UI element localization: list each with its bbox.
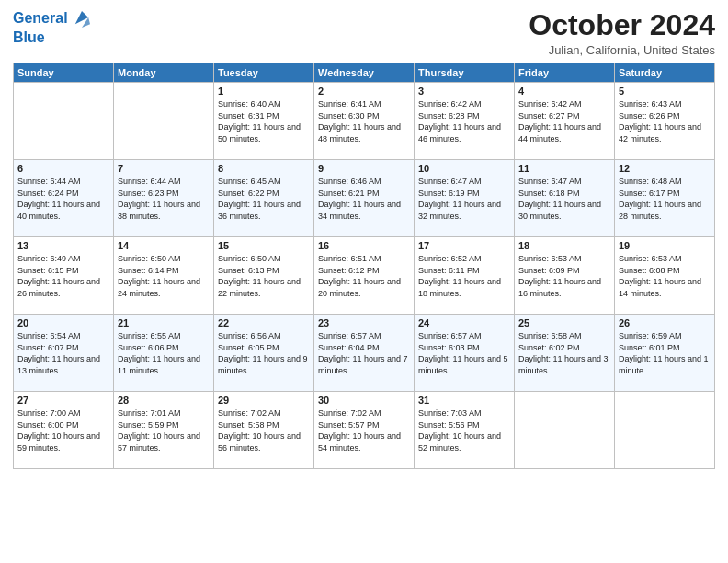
calendar-cell: 13Sunrise: 6:49 AM Sunset: 6:15 PM Dayli… xyxy=(14,237,114,315)
cell-info: Sunrise: 7:02 AM Sunset: 5:58 PM Dayligh… xyxy=(218,408,310,454)
day-number: 26 xyxy=(619,317,711,328)
cell-info: Sunrise: 6:48 AM Sunset: 6:17 PM Dayligh… xyxy=(619,176,711,222)
cell-info: Sunrise: 6:46 AM Sunset: 6:21 PM Dayligh… xyxy=(318,176,410,222)
day-number: 10 xyxy=(418,163,510,174)
cell-info: Sunrise: 6:47 AM Sunset: 6:19 PM Dayligh… xyxy=(418,176,510,222)
cell-info: Sunrise: 6:53 AM Sunset: 6:09 PM Dayligh… xyxy=(518,253,610,299)
day-number: 14 xyxy=(118,240,210,251)
calendar-cell: 20Sunrise: 6:54 AM Sunset: 6:07 PM Dayli… xyxy=(14,315,114,392)
calendar-cell: 15Sunrise: 6:50 AM Sunset: 6:13 PM Dayli… xyxy=(214,237,314,315)
calendar-cell xyxy=(515,392,615,469)
day-number: 8 xyxy=(218,163,310,174)
cell-info: Sunrise: 6:50 AM Sunset: 6:14 PM Dayligh… xyxy=(118,253,210,299)
calendar-cell: 21Sunrise: 6:55 AM Sunset: 6:06 PM Dayli… xyxy=(114,315,214,392)
cell-info: Sunrise: 7:00 AM Sunset: 6:00 PM Dayligh… xyxy=(17,408,109,454)
logo-blue: Blue xyxy=(13,29,45,46)
calendar-cell: 18Sunrise: 6:53 AM Sunset: 6:09 PM Dayli… xyxy=(515,237,615,315)
day-number: 19 xyxy=(619,240,711,251)
cell-info: Sunrise: 6:51 AM Sunset: 6:12 PM Dayligh… xyxy=(318,253,410,299)
cell-info: Sunrise: 6:43 AM Sunset: 6:26 PM Dayligh… xyxy=(619,98,711,144)
day-number: 9 xyxy=(318,163,410,174)
calendar-cell: 30Sunrise: 7:02 AM Sunset: 5:57 PM Dayli… xyxy=(314,392,415,469)
title-block: October 2024 Julian, California, United … xyxy=(529,9,715,57)
day-number: 13 xyxy=(17,240,109,251)
calendar-cell xyxy=(615,392,715,469)
calendar-cell xyxy=(14,83,114,160)
cell-info: Sunrise: 6:53 AM Sunset: 6:08 PM Dayligh… xyxy=(619,253,711,299)
day-number: 12 xyxy=(619,163,711,174)
cell-info: Sunrise: 6:45 AM Sunset: 6:22 PM Dayligh… xyxy=(218,176,310,222)
logo-general: General xyxy=(13,9,90,29)
cell-info: Sunrise: 6:44 AM Sunset: 6:24 PM Dayligh… xyxy=(17,176,109,222)
day-number: 15 xyxy=(218,240,310,251)
day-number: 20 xyxy=(17,317,109,328)
col-header-thursday: Thursday xyxy=(415,63,515,83)
cell-info: Sunrise: 6:57 AM Sunset: 6:03 PM Dayligh… xyxy=(418,330,510,376)
day-number: 30 xyxy=(318,395,410,406)
day-number: 27 xyxy=(17,395,109,406)
calendar-cell: 29Sunrise: 7:02 AM Sunset: 5:58 PM Dayli… xyxy=(214,392,314,469)
calendar-cell: 14Sunrise: 6:50 AM Sunset: 6:14 PM Dayli… xyxy=(114,237,214,315)
calendar-cell: 17Sunrise: 6:52 AM Sunset: 6:11 PM Dayli… xyxy=(415,237,515,315)
cell-info: Sunrise: 6:56 AM Sunset: 6:05 PM Dayligh… xyxy=(218,330,310,376)
col-header-sunday: Sunday xyxy=(14,63,114,83)
day-number: 21 xyxy=(118,317,210,328)
col-header-saturday: Saturday xyxy=(615,63,715,83)
calendar-week-row: 6Sunrise: 6:44 AM Sunset: 6:24 PM Daylig… xyxy=(14,160,715,237)
day-number: 23 xyxy=(318,317,410,328)
calendar-cell: 26Sunrise: 6:59 AM Sunset: 6:01 PM Dayli… xyxy=(615,315,715,392)
cell-info: Sunrise: 6:42 AM Sunset: 6:27 PM Dayligh… xyxy=(518,98,610,144)
calendar-cell: 27Sunrise: 7:00 AM Sunset: 6:00 PM Dayli… xyxy=(14,392,114,469)
day-number: 4 xyxy=(518,86,610,97)
cell-info: Sunrise: 6:41 AM Sunset: 6:30 PM Dayligh… xyxy=(318,98,410,144)
day-number: 1 xyxy=(218,86,310,97)
cell-info: Sunrise: 7:02 AM Sunset: 5:57 PM Dayligh… xyxy=(318,408,410,454)
calendar-cell: 4Sunrise: 6:42 AM Sunset: 6:27 PM Daylig… xyxy=(515,83,615,160)
day-number: 6 xyxy=(17,163,109,174)
cell-info: Sunrise: 6:59 AM Sunset: 6:01 PM Dayligh… xyxy=(619,330,711,376)
calendar-cell: 8Sunrise: 6:45 AM Sunset: 6:22 PM Daylig… xyxy=(214,160,314,237)
col-header-friday: Friday xyxy=(515,63,615,83)
day-number: 16 xyxy=(318,240,410,251)
calendar-cell: 11Sunrise: 6:47 AM Sunset: 6:18 PM Dayli… xyxy=(515,160,615,237)
cell-info: Sunrise: 6:49 AM Sunset: 6:15 PM Dayligh… xyxy=(17,253,109,299)
col-header-monday: Monday xyxy=(114,63,214,83)
cell-info: Sunrise: 7:03 AM Sunset: 5:56 PM Dayligh… xyxy=(418,408,510,454)
calendar-week-row: 1Sunrise: 6:40 AM Sunset: 6:31 PM Daylig… xyxy=(14,83,715,160)
day-number: 11 xyxy=(518,163,610,174)
cell-info: Sunrise: 7:01 AM Sunset: 5:59 PM Dayligh… xyxy=(118,408,210,454)
logo-icon xyxy=(74,9,90,28)
calendar-cell: 23Sunrise: 6:57 AM Sunset: 6:04 PM Dayli… xyxy=(314,315,415,392)
day-number: 18 xyxy=(518,240,610,251)
calendar-cell: 24Sunrise: 6:57 AM Sunset: 6:03 PM Dayli… xyxy=(415,315,515,392)
calendar-week-row: 27Sunrise: 7:00 AM Sunset: 6:00 PM Dayli… xyxy=(14,392,715,469)
calendar-cell: 9Sunrise: 6:46 AM Sunset: 6:21 PM Daylig… xyxy=(314,160,415,237)
calendar-cell: 12Sunrise: 6:48 AM Sunset: 6:17 PM Dayli… xyxy=(615,160,715,237)
cell-info: Sunrise: 6:57 AM Sunset: 6:04 PM Dayligh… xyxy=(318,330,410,376)
day-number: 7 xyxy=(118,163,210,174)
cell-info: Sunrise: 6:52 AM Sunset: 6:11 PM Dayligh… xyxy=(418,253,510,299)
cell-info: Sunrise: 6:47 AM Sunset: 6:18 PM Dayligh… xyxy=(518,176,610,222)
day-number: 3 xyxy=(418,86,510,97)
calendar-cell: 28Sunrise: 7:01 AM Sunset: 5:59 PM Dayli… xyxy=(114,392,214,469)
cell-info: Sunrise: 6:58 AM Sunset: 6:02 PM Dayligh… xyxy=(518,330,610,376)
day-number: 22 xyxy=(218,317,310,328)
col-header-wednesday: Wednesday xyxy=(314,63,415,83)
calendar-cell xyxy=(114,83,214,160)
day-number: 25 xyxy=(518,317,610,328)
calendar-table: SundayMondayTuesdayWednesdayThursdayFrid… xyxy=(13,63,715,469)
cell-info: Sunrise: 6:44 AM Sunset: 6:23 PM Dayligh… xyxy=(118,176,210,222)
location-label: Julian, California, United States xyxy=(529,43,715,57)
day-number: 24 xyxy=(418,317,510,328)
calendar-cell: 5Sunrise: 6:43 AM Sunset: 6:26 PM Daylig… xyxy=(615,83,715,160)
logo: General Blue xyxy=(13,9,90,46)
cell-info: Sunrise: 6:40 AM Sunset: 6:31 PM Dayligh… xyxy=(218,98,310,144)
day-number: 29 xyxy=(218,395,310,406)
calendar-cell: 1Sunrise: 6:40 AM Sunset: 6:31 PM Daylig… xyxy=(214,83,314,160)
calendar-cell: 25Sunrise: 6:58 AM Sunset: 6:02 PM Dayli… xyxy=(515,315,615,392)
calendar-cell: 6Sunrise: 6:44 AM Sunset: 6:24 PM Daylig… xyxy=(14,160,114,237)
cell-info: Sunrise: 6:42 AM Sunset: 6:28 PM Dayligh… xyxy=(418,98,510,144)
calendar-header-row: SundayMondayTuesdayWednesdayThursdayFrid… xyxy=(14,63,715,83)
calendar-cell: 3Sunrise: 6:42 AM Sunset: 6:28 PM Daylig… xyxy=(415,83,515,160)
page-header: General Blue October 2024 Julian, Califo… xyxy=(13,9,715,57)
